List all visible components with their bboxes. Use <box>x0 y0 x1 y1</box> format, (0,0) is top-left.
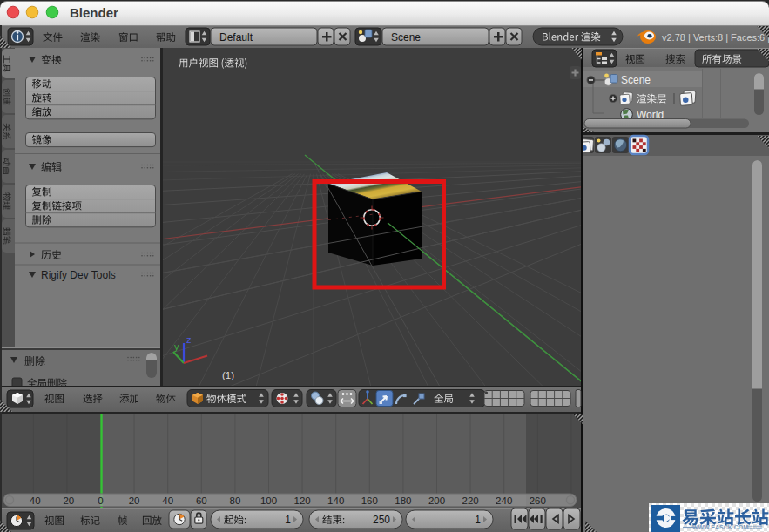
svg-text:250: 250 <box>373 514 390 526</box>
svg-text:1: 1 <box>475 514 481 526</box>
svg-text:Blender: Blender <box>70 5 118 20</box>
svg-text:0: 0 <box>98 495 103 506</box>
svg-text:Scene: Scene <box>391 31 421 44</box>
svg-text:WWW.EASCK.COM: WWW.EASCK.COM <box>692 524 748 530</box>
svg-text:220: 220 <box>462 495 479 506</box>
svg-text:160: 160 <box>361 495 378 506</box>
svg-text:140: 140 <box>327 495 344 506</box>
svg-text:180: 180 <box>395 495 411 506</box>
svg-text:20: 20 <box>129 495 140 506</box>
svg-text:40: 40 <box>162 495 173 506</box>
svg-text:100: 100 <box>260 495 277 506</box>
svg-text:1: 1 <box>285 514 291 526</box>
svg-text:y: y <box>174 341 179 352</box>
svg-text:260: 260 <box>530 495 546 506</box>
svg-text:80: 80 <box>230 495 241 506</box>
svg-text:240: 240 <box>496 495 512 506</box>
svg-text:120: 120 <box>294 495 311 506</box>
svg-text:#####: ##### <box>746 524 762 530</box>
svg-text:-20: -20 <box>60 495 75 506</box>
svg-text:Rigify Dev Tools: Rigify Dev Tools <box>41 269 116 281</box>
svg-text:60: 60 <box>196 495 207 506</box>
svg-text:200: 200 <box>428 495 445 506</box>
svg-text:z: z <box>186 334 192 345</box>
svg-text:(1): (1) <box>222 370 234 380</box>
svg-text:-40: -40 <box>26 495 41 506</box>
svg-text:Scene: Scene <box>621 74 651 86</box>
svg-text:Default: Default <box>219 31 253 44</box>
svg-text:v2.78 | Verts:8 | Faces:6 | Tr: v2.78 | Verts:8 | Faces:6 | Tris <box>662 32 769 43</box>
